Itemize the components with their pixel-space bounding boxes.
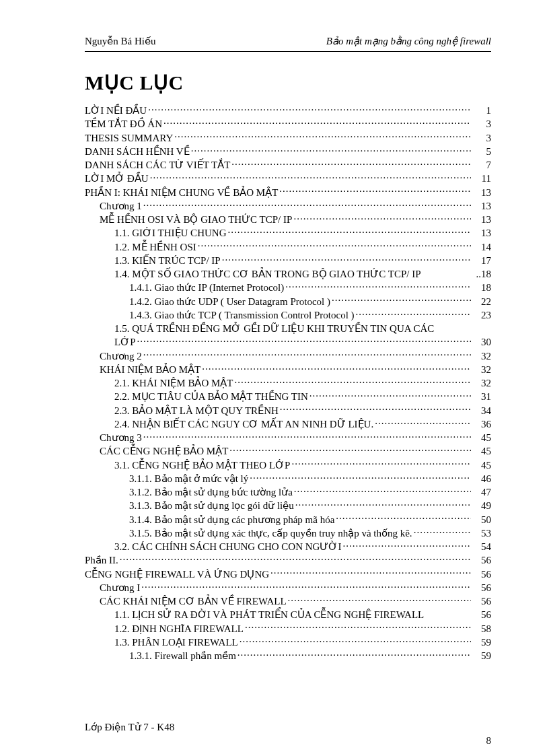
toc-page: 56 xyxy=(472,568,491,581)
header-author: Nguyễn Bá Hiếu xyxy=(85,35,156,47)
toc-leader xyxy=(235,376,472,386)
toc-row: 2.4. NHẬN BIẾT CÁC NGUY CƠ MẤT AN NINH D… xyxy=(85,417,491,431)
toc-label: 1.4.1. Giao thức IP (Internet Protocol) xyxy=(129,281,284,294)
toc-label: Chương 3 xyxy=(100,431,142,444)
toc-page: 46 xyxy=(472,472,491,485)
toc-page: 49 xyxy=(472,499,491,512)
toc-row: 1.2. MỄ HỀNH OSI14 xyxy=(85,240,491,254)
toc-leader xyxy=(229,444,471,454)
toc-page: 13 xyxy=(472,186,491,199)
toc-label: 3.1.3. Bảo mật sử dụng lọc gói dữ liệu xyxy=(129,499,294,512)
toc-page: 7 xyxy=(472,158,491,172)
toc-label: 1.1. GIỚI THIỆU CHUNG xyxy=(114,226,226,240)
toc-row: CỄNG NGHỆ FIREWALL VÀ ỨNG DỤNG56 xyxy=(85,568,491,581)
toc-label: 3.2. CÁC CHÍNH SÁCH CHUNG CHO CON NGƯỜI xyxy=(114,540,341,553)
toc-leader xyxy=(423,267,471,277)
toc-leader xyxy=(222,254,471,264)
toc-page: 59 xyxy=(472,635,491,649)
toc-page: 54 xyxy=(472,540,491,553)
toc-row: DANH SÁCH HỀNH VỀ5 xyxy=(85,145,491,158)
toc-leader xyxy=(191,145,471,155)
running-footer: Lớp Điện Tử 7 - K48 8 xyxy=(85,721,491,733)
toc-row: CÁC KHÁI NIỆM CƠ BẢN VỀ FIREWALL56 xyxy=(85,594,491,608)
toc-leader xyxy=(425,608,471,618)
toc-label: LỜI NỀI ĐẦU xyxy=(85,104,147,117)
toc-row: PHẦN I: KHÁI NIỆM CHUNG VỀ BẢO MẬT13 xyxy=(85,186,491,199)
toc-label: 3.1. CỄNG NGHỆ BẢO MẬT THEO LỚP xyxy=(114,458,290,472)
toc-row: 1.4.1. Giao thức IP (Internet Protocol)1… xyxy=(85,281,491,294)
toc-row: 1.4.3. Giao thức TCP ( Transmission Cont… xyxy=(85,308,491,322)
toc-label: 1.1. LỊCH SỬ RA ĐỜI VÀ PHÁT TRIỂN CỦA CỄ… xyxy=(114,608,424,621)
toc-page: 45 xyxy=(472,444,491,458)
toc-page: 34 xyxy=(472,404,491,417)
toc-row: LỚP30 xyxy=(85,335,491,349)
toc-leader xyxy=(414,526,471,537)
toc-row: 3.1.1. Bảo mật ở mức vật lý46 xyxy=(85,472,491,485)
toc-leader xyxy=(137,335,471,345)
toc-page: 36 xyxy=(472,417,491,431)
toc-label: TỀM TẮT ĐỒ ÁN xyxy=(85,117,162,131)
toc-row: 1.5. QUÁ TRỀNH ĐỀNG MỞ GỀI DỮ LIỆU KHI T… xyxy=(85,322,491,335)
toc-row: MỄ HỀNH OSI VÀ BỘ GIAO THỨC TCP/ IP13 xyxy=(85,213,491,226)
toc-row: 3.2. CÁC CHÍNH SÁCH CHUNG CHO CON NGƯỜI5… xyxy=(85,540,491,553)
toc-row: 1.3. PHÂN LOẠI FIREWALL59 xyxy=(85,635,491,649)
toc-page: 59 xyxy=(472,649,491,662)
toc-page: 58 xyxy=(472,622,491,635)
toc-label: 1.4. MỘT SỐ GIAO THỨC CƠ BẢN TRONG BỘ GI… xyxy=(114,267,421,281)
toc-page: 13 xyxy=(472,226,491,240)
page-number: 8 xyxy=(486,735,492,747)
toc-row: 3.1.3. Bảo mật sử dụng lọc gói dữ liệu49 xyxy=(85,499,491,512)
toc-page: 1 xyxy=(472,104,491,117)
toc-row: 2.3. BẢO MẬT LÀ MỘT QUY TRỀNH34 xyxy=(85,404,491,417)
toc-page: 56 xyxy=(472,553,491,567)
toc-row: Chương 345 xyxy=(85,431,491,444)
toc-page: ..18 xyxy=(472,267,492,281)
toc-leader xyxy=(293,213,471,223)
toc-leader xyxy=(294,485,471,495)
toc-page: 5 xyxy=(472,145,491,158)
toc-leader xyxy=(342,540,471,550)
toc-leader xyxy=(291,458,471,469)
toc-leader xyxy=(150,172,471,182)
toc-page: 32 xyxy=(472,376,491,390)
toc-page: 17 xyxy=(472,254,491,267)
toc-leader xyxy=(309,390,471,400)
toc-leader xyxy=(336,513,471,523)
toc-leader xyxy=(435,322,471,332)
toc-label: 3.1.1. Bảo mật ở mức vật lý xyxy=(129,472,248,485)
toc-row: 3.1. CỄNG NGHỆ BẢO MẬT THEO LỚP45 xyxy=(85,458,491,472)
toc-page: 56 xyxy=(472,581,491,594)
toc-page: 11 xyxy=(472,172,491,185)
toc-leader xyxy=(280,404,471,414)
toc-label: Chương I xyxy=(100,581,140,594)
toc-leader xyxy=(143,431,471,441)
toc-row: 1.1. GIỚI THIỆU CHUNG13 xyxy=(85,226,491,240)
toc-page: 50 xyxy=(472,513,491,526)
toc-leader xyxy=(356,308,471,318)
toc-leader xyxy=(148,104,471,114)
toc-leader xyxy=(163,117,471,127)
toc-page: 56 xyxy=(472,608,491,621)
toc-label: Phần II. xyxy=(85,553,118,567)
toc-label: 2.2. MỤC TIÂU CỦA BẢO MẬT THỀNG TIN xyxy=(114,390,308,403)
toc-page: 45 xyxy=(472,431,491,444)
toc-leader xyxy=(231,158,471,168)
toc-page: 23 xyxy=(472,308,491,322)
toc-label: 1.4.3. Giao thức TCP ( Transmission Cont… xyxy=(129,308,355,322)
toc-leader xyxy=(143,349,471,359)
toc-row: Chương 113 xyxy=(85,199,491,213)
toc-row: 1.2. ĐỊNH NGHĨA FIREWALL58 xyxy=(85,622,491,635)
toc-page: 53 xyxy=(472,526,491,540)
toc-row: Chương 232 xyxy=(85,349,491,363)
footer-class: Lớp Điện Tử 7 - K48 xyxy=(85,721,174,733)
toc-page: 13 xyxy=(472,199,491,213)
toc-leader xyxy=(227,226,471,236)
toc-page: 32 xyxy=(472,349,491,363)
toc-page: 45 xyxy=(472,458,491,472)
toc-row: DANH SÁCH CÁC TỪ VIẾT TẮT7 xyxy=(85,158,491,172)
toc-row: 3.1.5. Bảo mật sử dụng xác thực, cấp quy… xyxy=(85,526,491,540)
toc-row: TỀM TẮT ĐỒ ÁN3 xyxy=(85,117,491,131)
toc-leader xyxy=(141,581,471,591)
toc-label: 1.2. ĐỊNH NGHĨA FIREWALL xyxy=(114,622,244,635)
page-title: MỤC LỤC xyxy=(85,71,491,94)
